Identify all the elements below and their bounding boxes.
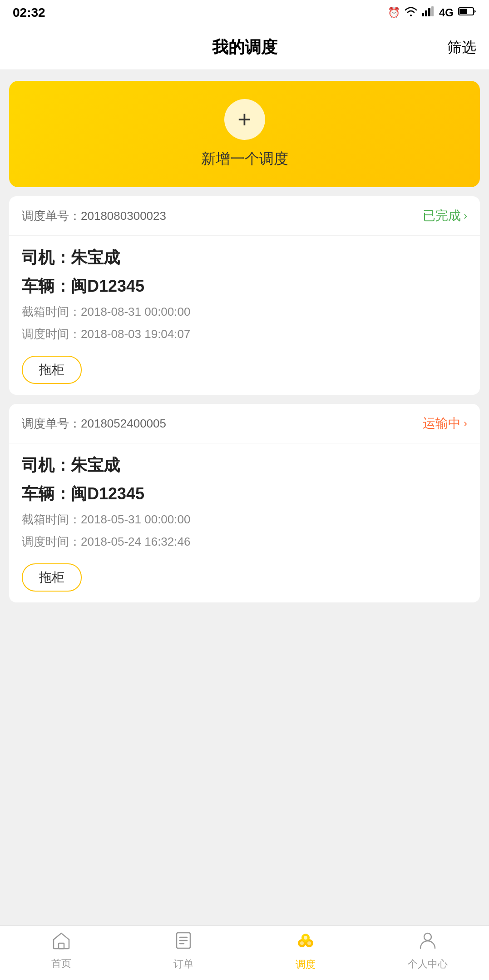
vehicle-field-1: 车辆：闽D12345	[22, 483, 467, 505]
signal-icon	[422, 6, 435, 19]
status-badge-1: 运输中 ›	[423, 415, 467, 432]
card-header-1[interactable]: 调度单号：2018052400005 运输中 ›	[9, 404, 480, 443]
nav-item-schedule[interactable]: 调度	[245, 930, 367, 971]
order-no-0: 调度单号：2018080300023	[22, 208, 166, 224]
svg-point-14	[300, 941, 304, 945]
home-icon	[52, 931, 71, 954]
schedule-field-1: 调度时间：2018-05-24 16:32:46	[22, 534, 467, 550]
driver-field-1: 司机：朱宝成	[22, 454, 467, 477]
tag-button-0[interactable]: 拖柜	[22, 356, 82, 384]
nav-item-home[interactable]: 首页	[0, 931, 122, 970]
schedule-time-0: 调度时间：2018-08-03 19:04:07	[22, 326, 467, 342]
status-bar: 02:32 ⏰ 4G	[0, 0, 489, 25]
battery-icon	[458, 6, 476, 19]
page-title: 我的调度	[212, 36, 277, 59]
cutoff-field-0: 截箱时间：2018-08-31 00:00:00	[22, 304, 467, 320]
profile-icon	[419, 931, 436, 955]
add-icon: +	[237, 108, 251, 131]
schedule-card-0: 调度单号：2018080300023 已完成 › 司机：朱宝成 车辆：闽D123…	[9, 196, 480, 395]
nav-label-orders: 订单	[173, 957, 193, 971]
card-header-0[interactable]: 调度单号：2018080300023 已完成 ›	[9, 196, 480, 236]
driver-name-0: 司机：朱宝成	[22, 247, 467, 269]
card-body-0: 司机：朱宝成 车辆：闽D12345 截箱时间：2018-08-31 00:00:…	[9, 236, 480, 395]
svg-rect-3	[431, 6, 434, 16]
network-type: 4G	[439, 6, 454, 19]
svg-rect-6	[59, 943, 64, 949]
svg-point-15	[307, 941, 311, 945]
svg-rect-2	[428, 8, 430, 16]
svg-rect-1	[425, 10, 427, 16]
orders-icon	[175, 931, 192, 955]
tag-button-1[interactable]: 拖柜	[22, 563, 82, 592]
cutoff-time-1: 截箱时间：2018-05-31 00:00:00	[22, 512, 467, 527]
main-content: + 新增一个调度 调度单号：2018080300023 已完成 › 司机：朱宝成…	[0, 70, 489, 686]
nav-label-schedule: 调度	[296, 958, 316, 971]
schedule-icon	[295, 930, 316, 955]
status-badge-0: 已完成 ›	[423, 207, 467, 224]
card-body-1: 司机：朱宝成 车辆：闽D12345 截箱时间：2018-05-31 00:00:…	[9, 443, 480, 602]
cutoff-time-0: 截箱时间：2018-08-31 00:00:00	[22, 304, 467, 320]
svg-rect-5	[459, 9, 467, 14]
nav-label-home: 首页	[51, 957, 71, 970]
chevron-right-icon-1: ›	[464, 417, 467, 430]
svg-rect-0	[422, 13, 424, 16]
driver-field-0: 司机：朱宝成	[22, 247, 467, 269]
bottom-spacer	[9, 612, 480, 675]
status-text-0: 已完成	[423, 207, 461, 224]
schedule-time-1: 调度时间：2018-05-24 16:32:46	[22, 534, 467, 550]
svg-point-17	[424, 933, 431, 940]
status-icons: ⏰ 4G	[388, 6, 476, 19]
filter-button[interactable]: 筛选	[447, 38, 476, 58]
chevron-right-icon-0: ›	[464, 209, 467, 222]
wifi-icon	[405, 6, 417, 19]
driver-name-1: 司机：朱宝成	[22, 454, 467, 477]
order-no-1: 调度单号：2018052400005	[22, 416, 166, 432]
nav-item-profile[interactable]: 个人中心	[367, 931, 489, 971]
add-label: 新增一个调度	[201, 149, 288, 169]
cutoff-field-1: 截箱时间：2018-05-31 00:00:00	[22, 512, 467, 527]
status-time: 02:32	[13, 5, 45, 20]
status-text-1: 运输中	[423, 415, 461, 432]
schedule-card-1: 调度单号：2018052400005 运输中 › 司机：朱宝成 车辆：闽D123…	[9, 404, 480, 602]
add-circle: +	[224, 99, 265, 140]
header: 我的调度 筛选	[0, 25, 489, 70]
vehicle-no-1: 车辆：闽D12345	[22, 483, 467, 505]
nav-item-orders[interactable]: 订单	[122, 931, 244, 971]
vehicle-field-0: 车辆：闽D12345	[22, 275, 467, 298]
svg-point-16	[304, 936, 307, 940]
alarm-icon: ⏰	[388, 7, 400, 19]
vehicle-no-0: 车辆：闽D12345	[22, 275, 467, 298]
bottom-nav: 首页 订单 调度	[0, 925, 489, 980]
add-schedule-card[interactable]: + 新增一个调度	[9, 81, 480, 187]
nav-label-profile: 个人中心	[408, 957, 448, 971]
schedule-field-0: 调度时间：2018-08-03 19:04:07	[22, 326, 467, 342]
